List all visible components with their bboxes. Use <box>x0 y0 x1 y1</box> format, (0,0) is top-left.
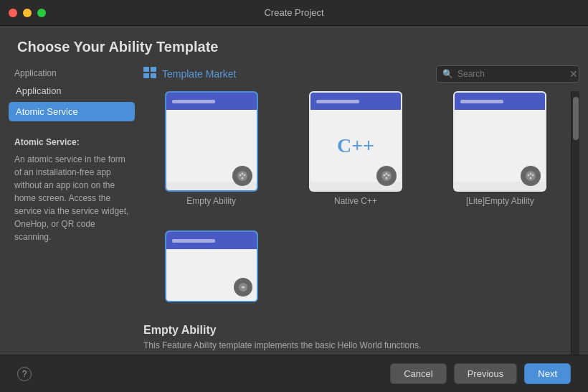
panel-title-text: Template Market <box>162 68 236 80</box>
svg-point-13 <box>385 177 387 179</box>
cancel-button[interactable]: Cancel <box>390 363 446 384</box>
template-name-lite-empty-ability: [Lite]Empty Ability <box>466 196 534 206</box>
template-card-empty-ability[interactable]: Empty Ability <box>143 91 279 222</box>
search-box[interactable]: 🔍 ✕ <box>436 65 579 83</box>
sidebar-item-application[interactable]: Application <box>9 81 135 101</box>
minimize-button[interactable] <box>23 9 32 17</box>
selected-template-description: This Feature Ability template implements… <box>143 340 571 352</box>
maximize-button[interactable] <box>37 9 46 17</box>
sidebar-item-atomic-service[interactable]: Atomic Service <box>9 102 135 121</box>
scroll-thumb[interactable] <box>573 97 579 140</box>
sidebar-description: Atomic Service: An atomic service in the… <box>9 136 135 243</box>
svg-point-15 <box>528 174 530 177</box>
svg-point-16 <box>530 173 532 175</box>
sidebar-group-label: Application <box>9 65 135 81</box>
template-badge-native-cpp <box>376 166 397 186</box>
svg-point-12 <box>387 174 389 177</box>
selected-template-info: Empty Ability This Feature Ability templ… <box>143 318 571 355</box>
svg-point-11 <box>385 173 387 175</box>
svg-rect-3 <box>151 73 156 78</box>
svg-point-14 <box>526 171 536 181</box>
template-card-empty-ability-large[interactable] <box>143 230 279 318</box>
footer: ? Cancel Previous Next <box>0 355 588 392</box>
window-controls <box>9 9 46 17</box>
template-thumb-lite-empty-ability <box>453 91 546 192</box>
footer-buttons: Cancel Previous Next <box>390 363 571 384</box>
template-badge-empty-ability <box>232 166 252 186</box>
svg-rect-2 <box>143 73 149 78</box>
main-panel: Template Market 🔍 ✕ <box>143 65 588 355</box>
svg-point-9 <box>381 171 392 181</box>
scroll-area: Empty Ability C++ <box>143 91 579 355</box>
template-card-native-cpp[interactable]: C++ <box>288 91 423 222</box>
svg-point-7 <box>243 174 245 177</box>
previous-button[interactable]: Previous <box>454 363 518 384</box>
template-thumb-native-cpp: C++ <box>309 91 402 192</box>
template-badge-lite-empty-ability <box>521 166 541 186</box>
template-name-native-cpp: Native C++ <box>334 196 377 206</box>
template-name-empty-ability: Empty Ability <box>186 196 236 206</box>
window-title: Create Project <box>264 7 323 18</box>
templates-grid: Empty Ability C++ <box>143 91 571 318</box>
svg-point-18 <box>530 177 532 179</box>
body-area: Application Application Atomic Service A… <box>0 65 588 355</box>
next-button[interactable]: Next <box>524 363 571 384</box>
svg-point-8 <box>241 177 243 179</box>
template-thumb-empty-ability <box>165 91 258 192</box>
sidebar: Application Application Atomic Service A… <box>0 65 143 355</box>
scrollbar[interactable] <box>571 91 579 355</box>
svg-rect-1 <box>151 67 156 72</box>
svg-rect-0 <box>143 67 149 72</box>
help-button[interactable]: ? <box>17 367 32 381</box>
main-content: Choose Your Ability Template Application… <box>0 26 588 392</box>
selected-template-name: Empty Ability <box>143 324 571 337</box>
svg-point-6 <box>241 173 243 175</box>
sidebar-description-title: Atomic Service: <box>14 136 129 149</box>
panel-title: Template Market <box>143 67 236 81</box>
template-large-badge <box>234 278 252 297</box>
page-title: Choose Your Ability Template <box>0 26 588 65</box>
search-clear-icon[interactable]: ✕ <box>569 68 578 80</box>
panel-header: Template Market 🔍 ✕ <box>143 65 579 83</box>
svg-point-10 <box>383 174 385 177</box>
template-market-icon <box>143 67 156 81</box>
sidebar-description-body: An atomic service in the form of an inst… <box>14 154 128 242</box>
svg-point-4 <box>237 171 247 181</box>
search-input[interactable] <box>457 69 565 79</box>
cpp-icon: C++ <box>337 134 374 157</box>
svg-point-17 <box>532 174 534 177</box>
search-icon: 🔍 <box>442 69 453 79</box>
title-bar: Create Project <box>0 0 588 26</box>
close-button[interactable] <box>9 9 17 17</box>
svg-point-5 <box>239 174 241 177</box>
template-card-lite-empty-ability[interactable]: [Lite]Empty Ability <box>432 91 568 222</box>
